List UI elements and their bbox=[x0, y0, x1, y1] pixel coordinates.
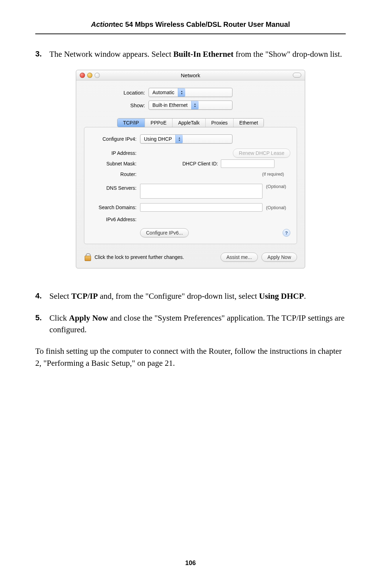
if-required-note: (If required) bbox=[262, 172, 290, 177]
dns-row: DNS Servers: (Optional) bbox=[91, 184, 290, 199]
router-label: Router: bbox=[91, 171, 140, 177]
step-4: 4. Select TCP/IP and, from the "Configur… bbox=[35, 290, 346, 302]
show-label: Show: bbox=[76, 102, 149, 108]
tab-proxies[interactable]: Proxies bbox=[206, 119, 234, 127]
search-domains-row: Search Domains: (Optional) bbox=[91, 202, 290, 213]
traffic-lights bbox=[80, 73, 100, 78]
assist-me-button[interactable]: Assist me... bbox=[220, 253, 258, 262]
apply-now-button[interactable]: Apply Now bbox=[261, 253, 297, 262]
tab-ethernet[interactable]: Ethernet bbox=[234, 119, 264, 127]
tab-appletalk[interactable]: AppleTalk bbox=[173, 119, 206, 127]
header-rule bbox=[35, 34, 346, 34]
help-icon[interactable]: ? bbox=[283, 229, 290, 237]
configure-ipv4-select[interactable]: Using DHCP ▲▼ bbox=[140, 134, 232, 144]
step-number: 5. bbox=[35, 312, 49, 336]
show-value: Built-in Ethernet bbox=[149, 102, 191, 108]
dns-label: DNS Servers: bbox=[91, 184, 140, 191]
window-titlebar: Network bbox=[76, 70, 305, 80]
router-row: Router: (If required) bbox=[91, 169, 290, 180]
ipv6-address-label: IPv6 Address: bbox=[91, 217, 140, 222]
lock-icon[interactable] bbox=[84, 253, 91, 261]
minimize-icon[interactable] bbox=[87, 73, 92, 78]
page-header: Actiontec 54 Mbps Wireless Cable/DSL Rou… bbox=[35, 14, 346, 34]
tcpip-panel: Configure IPv4: Using DHCP ▲▼ IP Address… bbox=[84, 127, 297, 244]
step-text: Select TCP/IP and, from the "Configure" … bbox=[49, 290, 346, 302]
page-number: 106 bbox=[0, 559, 381, 567]
renew-dhcp-button[interactable]: Renew DHCP Lease bbox=[233, 148, 290, 158]
window-footer: Click the lock to prevent further change… bbox=[76, 249, 305, 268]
configure-ipv6-row: Configure IPv6... ? bbox=[91, 228, 290, 238]
chevron-up-down-icon: ▲▼ bbox=[191, 101, 199, 109]
chevron-up-down-icon: ▲▼ bbox=[175, 135, 183, 143]
dns-servers-field[interactable] bbox=[140, 184, 262, 199]
step-text: Click Apply Now and close the "System Pr… bbox=[49, 312, 346, 336]
tab-pppoe[interactable]: PPPoE bbox=[145, 119, 173, 127]
search-domains-field[interactable] bbox=[140, 203, 262, 212]
tabs: TCP/IP PPPoE AppleTalk Proxies Ethernet bbox=[117, 118, 264, 127]
location-value: Automatic bbox=[149, 90, 178, 95]
search-domains-label: Search Domains: bbox=[91, 205, 140, 210]
step-5: 5. Click Apply Now and close the "System… bbox=[35, 312, 346, 336]
close-icon[interactable] bbox=[80, 73, 85, 78]
chevron-up-down-icon: ▲▼ bbox=[178, 88, 185, 97]
location-label: Location: bbox=[76, 90, 149, 96]
window-title: Network bbox=[76, 72, 305, 78]
step-3: 3. The Network window appears. Select Bu… bbox=[35, 48, 346, 60]
network-window: Network Location: Automatic ▲▼ Show: Bui… bbox=[76, 70, 305, 268]
tab-tcpip[interactable]: TCP/IP bbox=[117, 119, 145, 127]
step-number: 4. bbox=[35, 290, 49, 302]
location-row: Location: Automatic ▲▼ bbox=[76, 86, 305, 99]
configure-ipv6-button[interactable]: Configure IPv6... bbox=[140, 228, 189, 237]
header-rest: tec 54 Mbps Wireless Cable/DSL Router Us… bbox=[113, 20, 290, 28]
subnet-row: Subnet Mask: DHCP Client ID: bbox=[91, 158, 290, 169]
configure-ipv4-row: Configure IPv4: Using DHCP ▲▼ bbox=[91, 134, 290, 144]
ip-address-row: IP Address: Renew DHCP Lease bbox=[91, 148, 290, 158]
toolbar-toggle-icon[interactable] bbox=[293, 73, 301, 78]
subnet-label: Subnet Mask: bbox=[91, 161, 140, 166]
step-number: 3. bbox=[35, 48, 49, 60]
search-optional: (Optional) bbox=[266, 205, 286, 210]
brand-italic: Action bbox=[91, 20, 113, 28]
tab-bar: TCP/IP PPPoE AppleTalk Proxies Ethernet bbox=[76, 118, 305, 127]
step-text: The Network window appears. Select Built… bbox=[49, 48, 346, 60]
location-select[interactable]: Automatic ▲▼ bbox=[149, 88, 232, 97]
dhcp-client-id-field[interactable] bbox=[221, 159, 274, 168]
ip-address-label: IP Address: bbox=[91, 150, 140, 156]
manual-page: Actiontec 54 Mbps Wireless Cable/DSL Rou… bbox=[0, 0, 381, 383]
lock-text: Click the lock to prevent further change… bbox=[95, 254, 217, 260]
show-row: Show: Built-in Ethernet ▲▼ bbox=[76, 99, 305, 111]
dns-optional: (Optional) bbox=[266, 184, 286, 189]
dhcp-client-id-label: DHCP Client ID: bbox=[182, 161, 218, 166]
show-select[interactable]: Built-in Ethernet ▲▼ bbox=[149, 101, 232, 110]
closing-paragraph: To finish setting up the computer to con… bbox=[35, 345, 346, 369]
configure-ipv4-label: Configure IPv4: bbox=[91, 136, 140, 142]
top-selects: Location: Automatic ▲▼ Show: Built-in Et… bbox=[76, 80, 305, 114]
ipv6-address-row: IPv6 Address: bbox=[91, 214, 290, 225]
zoom-icon[interactable] bbox=[95, 73, 100, 78]
configure-ipv4-value: Using DHCP bbox=[140, 136, 175, 142]
